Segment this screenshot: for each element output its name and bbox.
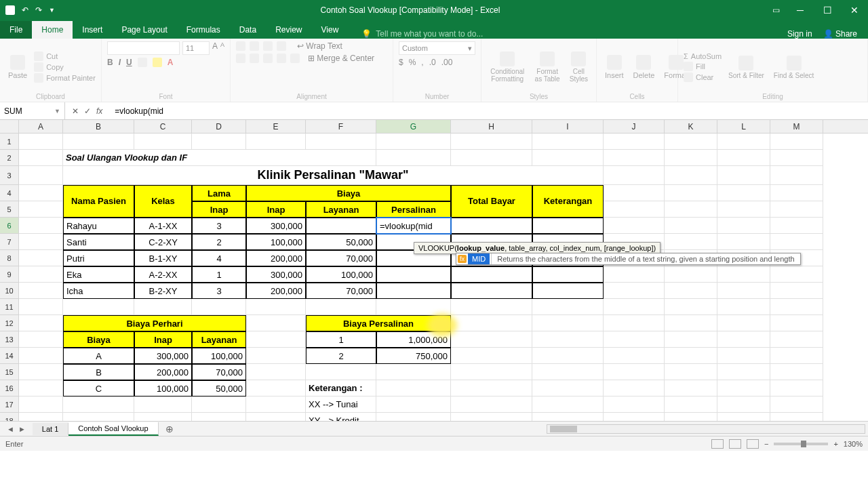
row-header[interactable]: 7 [0,234,19,250]
row-header[interactable]: 4 [0,185,19,201]
sheet-nav-next-icon[interactable]: ► [18,425,26,433]
align-center-icon[interactable] [250,54,259,63]
cell[interactable] [192,299,246,315]
cell[interactable] [770,134,823,150]
cell[interactable] [19,134,63,150]
cell[interactable]: Lama [192,185,246,201]
cell[interactable]: C [63,380,134,396]
qat-dropdown-icon[interactable]: ▼ [49,7,55,14]
sign-in[interactable]: Sign in [787,29,812,39]
cell[interactable]: 1 [192,266,246,283]
cell[interactable] [665,234,717,250]
cell[interactable] [770,201,823,218]
col-A[interactable]: A [19,120,63,133]
row-header[interactable]: 3 [0,166,19,185]
enter-formula-icon[interactable]: ✓ [84,106,91,116]
cell[interactable] [246,299,306,315]
cell[interactable]: 750,000 [376,348,451,364]
cell[interactable] [665,266,717,283]
cell[interactable]: Layanan [306,201,376,218]
cell[interactable] [19,413,63,421]
cell[interactable] [717,299,770,315]
autosum-button[interactable]: ΣAutoSum [684,52,722,60]
find-select[interactable]: Find & Select [771,54,816,81]
cell[interactable]: 200,000 [246,283,306,299]
cell[interactable] [665,185,717,201]
cell[interactable] [770,380,823,396]
cell[interactable]: 100,000 [134,380,192,396]
cell[interactable] [717,218,770,234]
row-header[interactable]: 17 [0,396,19,413]
sheet-tab-lat1[interactable]: Lat 1 [33,423,68,435]
cell[interactable] [246,364,306,380]
underline-button[interactable]: U [126,58,132,67]
font-name[interactable] [107,41,180,55]
cell[interactable] [532,396,604,413]
maximize-button[interactable]: ☐ [814,0,841,20]
cell[interactable] [665,134,717,150]
cell[interactable] [717,348,770,364]
cell[interactable] [770,413,823,421]
cell[interactable] [604,331,665,348]
cell[interactable] [134,299,192,315]
cell[interactable] [665,283,717,299]
cell[interactable] [604,201,665,218]
cell[interactable]: Biaya [63,331,134,348]
cell[interactable] [604,185,665,201]
row-header[interactable]: 18 [0,413,19,421]
cell[interactable] [246,331,306,348]
cell[interactable] [665,348,717,364]
cell[interactable] [451,315,532,331]
row-header[interactable]: 11 [0,299,19,315]
cell[interactable] [770,364,823,380]
percent-icon[interactable]: % [409,58,416,67]
cell[interactable] [717,364,770,380]
col-E[interactable]: E [246,120,306,133]
cell[interactable]: =vlookup(mid [376,218,451,234]
tab-insert[interactable]: Insert [73,21,112,39]
cancel-formula-icon[interactable]: ✕ [72,106,79,116]
cell[interactable]: 4 [192,250,246,266]
inc-decimal-icon[interactable]: .0 [429,58,436,67]
cell[interactable] [604,218,665,234]
cell[interactable] [451,299,532,315]
cell[interactable] [532,331,604,348]
cell[interactable] [665,413,717,421]
copy-button[interactable]: Copy [34,62,96,72]
number-format[interactable]: Custom▾ [399,41,475,55]
cell[interactable] [717,396,770,413]
cell[interactable] [451,283,532,299]
conditional-formatting[interactable]: Conditional Formatting [487,50,528,84]
cell[interactable] [604,348,665,364]
view-layout-icon[interactable] [729,439,741,449]
col-M[interactable]: M [770,120,823,133]
cell[interactable] [134,413,192,421]
cell[interactable] [376,299,451,315]
row-header[interactable]: 1 [0,134,19,150]
col-F[interactable]: F [306,120,376,133]
cell[interactable] [376,364,451,380]
col-I[interactable]: I [532,120,604,133]
share-button[interactable]: 👤 Share [823,29,857,39]
cell[interactable]: B-2-XY [134,283,192,299]
cell[interactable] [63,413,134,421]
cell[interactable] [770,396,823,413]
cell[interactable] [717,234,770,250]
cell[interactable] [717,266,770,283]
cell[interactable] [19,166,63,185]
col-J[interactable]: J [604,120,665,133]
cell[interactable]: Kelas [134,185,192,218]
tab-page-layout[interactable]: Page Layout [112,21,176,39]
cell[interactable] [717,185,770,201]
cell[interactable]: Santi [63,234,134,250]
row-header[interactable]: 10 [0,283,19,299]
clear-button[interactable]: Clear [684,73,722,82]
font-color-icon[interactable]: A [167,58,174,67]
align-left-icon[interactable] [236,54,245,63]
currency-icon[interactable]: $ [399,58,403,67]
tab-data[interactable]: Data [230,21,266,39]
intellisense-item[interactable]: MID [468,253,490,264]
cell[interactable] [19,331,63,348]
cell[interactable] [665,364,717,380]
tab-home[interactable]: Home [32,21,73,39]
